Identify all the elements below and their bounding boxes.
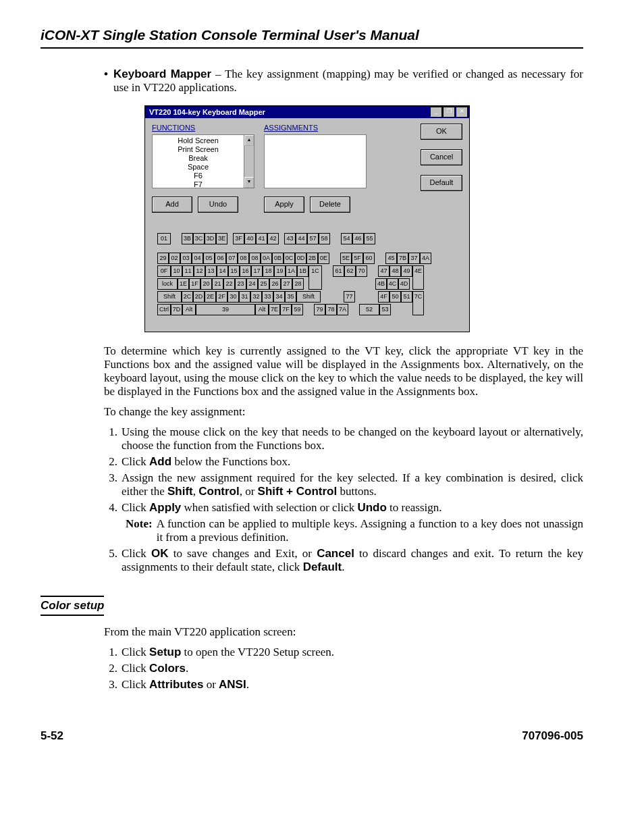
key[interactable]: 46 — [352, 233, 364, 244]
key[interactable]: 2E — [205, 291, 216, 303]
list-item[interactable]: Hold Screen — [153, 136, 244, 145]
key[interactable]: 22 — [223, 278, 235, 290]
key[interactable]: 29 — [157, 253, 169, 264]
key-space[interactable]: 39 — [196, 304, 255, 315]
key[interactable]: 1E — [178, 278, 189, 290]
key[interactable]: 54 — [341, 233, 352, 244]
key[interactable]: 0A — [261, 253, 272, 264]
key[interactable]: 60 — [363, 253, 375, 264]
key[interactable]: 0C — [284, 253, 295, 264]
key[interactable]: 18 — [263, 265, 274, 277]
key[interactable]: 44 — [296, 233, 307, 244]
key[interactable]: 7A — [337, 304, 348, 315]
add-button[interactable]: Add — [152, 197, 192, 213]
key[interactable]: 4B — [375, 278, 387, 290]
key[interactable]: 19 — [274, 265, 286, 277]
undo-button[interactable]: Undo — [198, 197, 238, 213]
key[interactable]: 11 — [182, 265, 194, 277]
key[interactable]: 23 — [235, 278, 246, 290]
list-item[interactable]: F7 — [153, 180, 244, 189]
key[interactable]: 48 — [390, 265, 401, 277]
scroll-up-icon[interactable]: ▴ — [244, 135, 254, 146]
key-shift[interactable]: Shift — [296, 291, 321, 303]
key[interactable]: 2D — [193, 291, 205, 303]
key[interactable]: 43 — [284, 233, 296, 244]
key[interactable]: 3B — [182, 233, 193, 244]
key[interactable]: 4C — [387, 278, 398, 290]
key[interactable]: 2B — [306, 253, 318, 264]
key[interactable]: 08 — [249, 253, 261, 264]
key[interactable]: 2C — [182, 291, 193, 303]
close-button[interactable]: ✕ — [456, 107, 468, 118]
key[interactable]: 31 — [239, 291, 250, 303]
key-shift[interactable]: Shift — [157, 291, 182, 303]
key[interactable]: 0B — [272, 253, 284, 264]
key[interactable]: 49 — [401, 265, 412, 277]
key[interactable]: 35 — [285, 291, 296, 303]
key[interactable]: 03 — [180, 253, 192, 264]
key[interactable]: 50 — [390, 291, 401, 303]
key[interactable]: 2F — [216, 291, 227, 303]
scrollbar[interactable]: ▴ ▾ — [244, 135, 254, 188]
key[interactable]: 47 — [378, 265, 390, 277]
scroll-down-icon[interactable]: ▾ — [244, 177, 254, 188]
key[interactable]: 78 — [325, 304, 337, 315]
key[interactable]: 1A — [286, 265, 297, 277]
list-item[interactable]: Print Screen — [153, 145, 244, 154]
keyboard-layout[interactable]: 01 3B 3C 3D 3E 3F 40 — [152, 229, 462, 322]
key[interactable]: 08 — [238, 253, 249, 264]
key[interactable]: 55 — [364, 233, 375, 244]
key[interactable]: 45 — [385, 253, 397, 264]
key[interactable]: 33 — [262, 291, 273, 303]
key[interactable]: 28 — [292, 278, 304, 290]
key[interactable]: 7F — [280, 304, 292, 315]
key-ctrl[interactable]: Ctrl — [157, 304, 171, 315]
key[interactable]: 4A — [420, 253, 431, 264]
key[interactable]: 02 — [169, 253, 180, 264]
key[interactable]: 07 — [226, 253, 238, 264]
default-button[interactable]: Default — [421, 175, 462, 191]
key[interactable]: 3C — [193, 233, 205, 244]
key[interactable]: 3D — [205, 233, 216, 244]
key[interactable]: 70 — [356, 265, 367, 277]
key[interactable]: 0F — [157, 265, 171, 277]
key[interactable]: 3F — [233, 233, 244, 244]
key[interactable]: 05 — [203, 253, 215, 264]
key[interactable]: 14 — [217, 265, 228, 277]
key[interactable]: 13 — [205, 265, 217, 277]
key[interactable]: 77 — [344, 291, 355, 303]
cancel-button[interactable]: Cancel — [421, 149, 462, 165]
key[interactable]: 79 — [314, 304, 325, 315]
minimize-button[interactable]: _ — [430, 107, 442, 118]
list-item[interactable]: Space — [153, 163, 244, 172]
key[interactable]: 26 — [269, 278, 281, 290]
key[interactable]: 5E — [340, 253, 352, 264]
key[interactable]: 42 — [267, 233, 279, 244]
delete-button[interactable]: Delete — [310, 197, 350, 213]
key[interactable]: 24 — [246, 278, 258, 290]
key[interactable]: 0D — [295, 253, 306, 264]
key-lock[interactable]: lock — [157, 278, 178, 290]
key[interactable]: 27 — [281, 278, 292, 290]
key[interactable]: 04 — [192, 253, 203, 264]
key[interactable]: 01 — [157, 233, 171, 244]
ok-button[interactable]: OK — [421, 124, 462, 140]
key[interactable]: 25 — [258, 278, 269, 290]
key[interactable]: 37 — [408, 253, 420, 264]
key[interactable]: 16 — [240, 265, 251, 277]
key[interactable]: 4F — [378, 291, 390, 303]
key[interactable]: 62 — [344, 265, 356, 277]
list-item[interactable]: Break — [153, 154, 244, 163]
key[interactable]: 1B — [297, 265, 308, 277]
key[interactable]: 10 — [171, 265, 182, 277]
key[interactable]: 06 — [215, 253, 226, 264]
list-item[interactable]: F6 — [153, 172, 244, 180]
key[interactable]: 34 — [273, 291, 285, 303]
key[interactable]: 32 — [250, 291, 262, 303]
key[interactable]: 7B — [397, 253, 408, 264]
apply-button[interactable]: Apply — [264, 197, 304, 213]
key-alt[interactable]: Alt — [182, 304, 196, 315]
key[interactable]: 40 — [244, 233, 256, 244]
key[interactable]: 15 — [228, 265, 240, 277]
key[interactable]: 12 — [194, 265, 205, 277]
